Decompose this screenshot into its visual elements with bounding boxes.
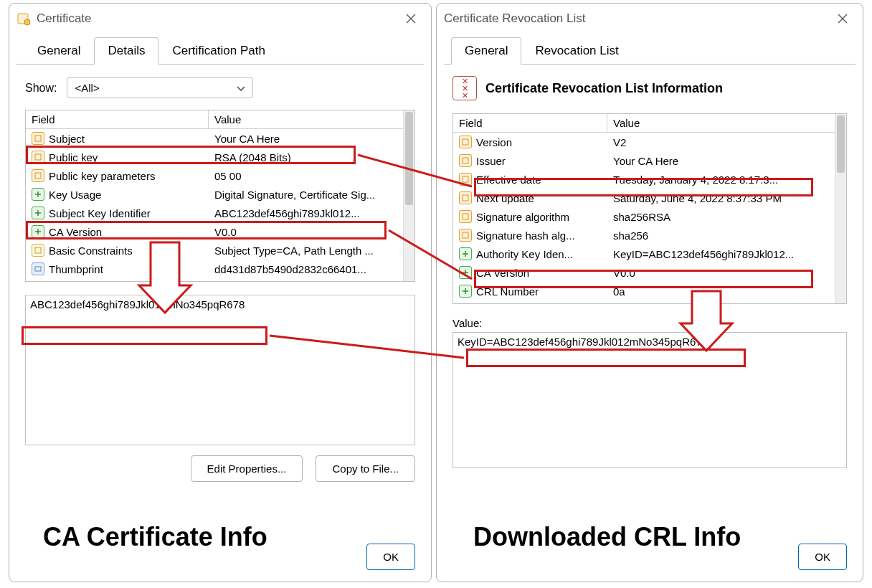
field-type-icon <box>32 225 44 238</box>
edit-properties-button[interactable]: Edit Properties... <box>191 455 303 482</box>
field-name: CRL Number <box>476 285 539 298</box>
tab-strip: General Details Certification Path <box>16 37 424 65</box>
table-row[interactable]: Next updateSaturday, June 4, 2022 8:37:3… <box>453 189 846 207</box>
header-field[interactable]: Field <box>26 110 209 128</box>
field-value: dd431d87b5490d2832c66401... <box>209 260 414 278</box>
close-button[interactable] <box>828 8 857 29</box>
field-type-icon <box>459 136 472 148</box>
field-type-icon <box>459 173 472 186</box>
titlebar: Certificate <box>9 4 431 34</box>
close-icon <box>838 14 848 24</box>
table-row[interactable]: Thumbprintdd431d87b5490d2832c66401... <box>26 260 414 278</box>
field-value: Your CA Here <box>209 130 414 148</box>
table-row[interactable]: SubjectYour CA Here <box>26 129 414 148</box>
field-name: Next update <box>476 192 534 204</box>
field-name: Key Usage <box>49 189 101 201</box>
header-value[interactable]: Value <box>209 110 414 128</box>
tab-general[interactable]: General <box>451 37 521 65</box>
field-name: Effective date <box>476 174 541 186</box>
detail-value-text: ABC123def456ghi789Jkl012mNo345pqR678 <box>30 298 245 310</box>
field-type-icon <box>32 151 44 163</box>
field-list[interactable]: Field Value VersionV2IssuerYour CA HereE… <box>452 113 847 304</box>
field-value: V0.0 <box>209 223 414 241</box>
field-type-icon <box>459 191 472 204</box>
svg-rect-10 <box>463 195 468 201</box>
table-row[interactable]: CA VersionV0.0 <box>26 222 414 241</box>
table-row[interactable]: Key UsageDigital Signature, Certificate … <box>26 185 414 204</box>
field-type-icon <box>459 247 472 260</box>
table-row[interactable]: VersionV2 <box>453 133 846 151</box>
table-row[interactable]: CA VersionV0.0 <box>453 263 846 282</box>
header-field[interactable]: Field <box>453 114 607 132</box>
field-type-icon <box>459 285 472 298</box>
list-header: Field Value <box>453 114 846 133</box>
chevron-down-icon <box>237 82 245 94</box>
field-type-icon <box>32 132 44 145</box>
field-name: Signature hash alg... <box>476 229 575 242</box>
scrollbar[interactable] <box>403 110 414 281</box>
detail-value-box[interactable]: ABC123def456ghi789Jkl012mNo345pqR678 <box>25 295 415 445</box>
field-value: sha256RSA <box>607 208 846 226</box>
field-type-icon <box>32 188 44 201</box>
table-row[interactable]: Basic ConstraintsSubject Type=CA, Path L… <box>26 241 414 260</box>
show-label: Show: <box>25 82 57 95</box>
tab-revocation-list[interactable]: Revocation List <box>521 37 632 65</box>
field-name: Basic Constraints <box>49 245 133 257</box>
field-name: Signature algorithm <box>476 211 569 223</box>
table-row[interactable]: Signature algorithmsha256RSA <box>453 207 846 226</box>
close-button[interactable] <box>397 8 425 29</box>
show-dropdown[interactable]: <All> <box>67 77 253 98</box>
field-value: Saturday, June 4, 2022 8:37:33 PM <box>607 189 846 207</box>
caption-left: CA Certificate Info <box>43 522 267 552</box>
field-name: Version <box>476 136 512 148</box>
tab-details[interactable]: Details <box>94 37 158 65</box>
field-value: 05 00 <box>209 167 414 185</box>
table-row[interactable]: Authority Key Iden...KeyID=ABC123def456g… <box>453 245 846 263</box>
field-value: V2 <box>607 133 846 151</box>
tab-cert-path[interactable]: Certification Path <box>158 37 278 65</box>
field-list[interactable]: Field Value SubjectYour CA HerePublic ke… <box>25 110 415 282</box>
ok-button[interactable]: OK <box>798 544 847 570</box>
crl-banner: Certificate Revocation List Information <box>485 81 723 96</box>
table-row[interactable]: Public key parameters05 00 <box>26 166 414 185</box>
detail-value-box[interactable]: KeyID=ABC123def456ghi789Jkl012mNo345pqR6… <box>452 332 847 468</box>
field-type-icon <box>459 210 472 223</box>
field-name: Public key <box>49 151 98 163</box>
table-row[interactable]: Subject Key IdentifierABC123def456ghi789… <box>26 204 414 222</box>
table-row[interactable]: Public keyRSA (2048 Bits) <box>26 148 414 166</box>
field-value: Digital Signature, Certificate Sig... <box>209 186 414 204</box>
crl-dialog: Certificate Revocation List General Revo… <box>436 3 863 582</box>
list-header: Field Value <box>26 110 414 129</box>
certificate-icon <box>16 11 31 26</box>
field-type-icon <box>459 154 472 167</box>
field-type-icon <box>32 244 44 257</box>
field-name: CA Version <box>476 267 529 279</box>
header-value[interactable]: Value <box>607 114 846 132</box>
svg-rect-2 <box>35 136 41 141</box>
field-value: KeyID=ABC123def456ghi789Jkl012... <box>607 245 846 263</box>
field-value: Subject Type=CA, Path Length ... <box>209 242 414 260</box>
ok-button[interactable]: OK <box>366 544 415 570</box>
svg-rect-4 <box>35 173 41 179</box>
field-name: Subject Key Identifier <box>49 207 151 219</box>
field-type-icon <box>459 229 472 242</box>
scrollbar-thumb[interactable] <box>837 115 845 173</box>
scrollbar-thumb[interactable] <box>405 112 413 205</box>
tab-general[interactable]: General <box>24 37 94 65</box>
table-row[interactable]: IssuerYour CA Here <box>453 151 846 170</box>
table-row[interactable]: Effective dateTuesday, January 4, 2022 8… <box>453 170 846 189</box>
scrollbar[interactable] <box>835 114 846 303</box>
table-row[interactable]: Signature hash alg...sha256 <box>453 226 846 245</box>
table-row[interactable]: CRL Number0a <box>453 282 846 299</box>
show-filter-row: Show: <All> <box>25 77 415 98</box>
field-value: ABC123def456ghi789Jkl012... <box>209 204 414 222</box>
field-value: RSA (2048 Bits) <box>209 148 414 166</box>
field-value: sha256 <box>607 227 846 245</box>
window-title: Certificate <box>37 11 397 26</box>
value-label: Value: <box>452 317 847 329</box>
svg-rect-7 <box>463 139 468 145</box>
copy-to-file-button[interactable]: Copy to File... <box>316 455 415 482</box>
certificate-dialog: Certificate General Details Certificatio… <box>9 3 432 582</box>
window-title: Certificate Revocation List <box>444 11 828 26</box>
button-row: Edit Properties... Copy to File... <box>25 455 415 482</box>
